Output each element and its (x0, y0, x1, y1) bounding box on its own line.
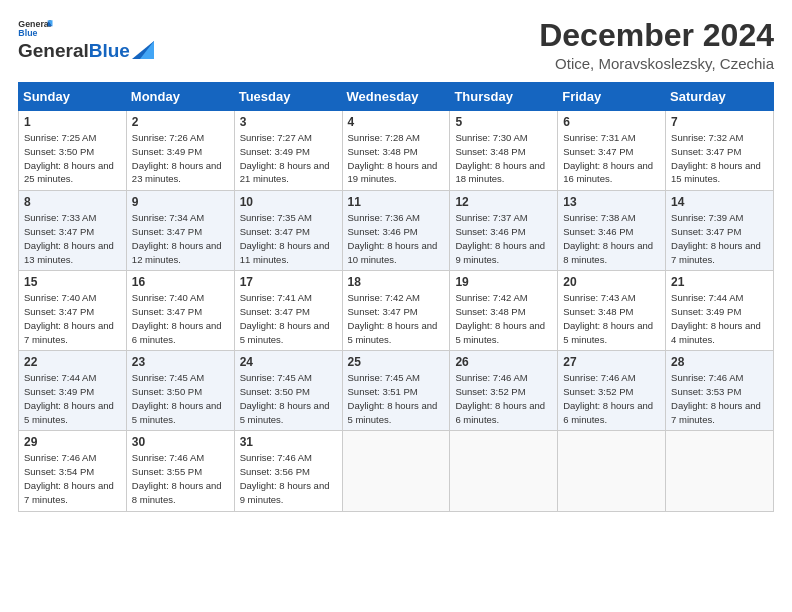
day-number: 21 (671, 275, 768, 289)
day-of-week-header: Saturday (666, 83, 774, 111)
day-number: 31 (240, 435, 337, 449)
cell-info: Sunrise: 7:30 AMSunset: 3:48 PMDaylight:… (455, 131, 552, 186)
calendar-cell: 25Sunrise: 7:45 AMSunset: 3:51 PMDayligh… (342, 351, 450, 431)
day-number: 26 (455, 355, 552, 369)
day-number: 19 (455, 275, 552, 289)
calendar-cell: 22Sunrise: 7:44 AMSunset: 3:49 PMDayligh… (19, 351, 127, 431)
calendar-cell: 28Sunrise: 7:46 AMSunset: 3:53 PMDayligh… (666, 351, 774, 431)
calendar-cell: 15Sunrise: 7:40 AMSunset: 3:47 PMDayligh… (19, 271, 127, 351)
day-number: 16 (132, 275, 229, 289)
calendar-cell: 3Sunrise: 7:27 AMSunset: 3:49 PMDaylight… (234, 111, 342, 191)
cell-info: Sunrise: 7:39 AMSunset: 3:47 PMDaylight:… (671, 211, 768, 266)
day-number: 9 (132, 195, 229, 209)
calendar-cell: 21Sunrise: 7:44 AMSunset: 3:49 PMDayligh… (666, 271, 774, 351)
calendar-cell: 24Sunrise: 7:45 AMSunset: 3:50 PMDayligh… (234, 351, 342, 431)
cell-info: Sunrise: 7:44 AMSunset: 3:49 PMDaylight:… (24, 371, 121, 426)
calendar-cell: 13Sunrise: 7:38 AMSunset: 3:46 PMDayligh… (558, 191, 666, 271)
cell-info: Sunrise: 7:46 AMSunset: 3:52 PMDaylight:… (455, 371, 552, 426)
day-number: 12 (455, 195, 552, 209)
day-number: 6 (563, 115, 660, 129)
calendar-cell: 29Sunrise: 7:46 AMSunset: 3:54 PMDayligh… (19, 431, 127, 511)
cell-info: Sunrise: 7:40 AMSunset: 3:47 PMDaylight:… (132, 291, 229, 346)
cell-info: Sunrise: 7:27 AMSunset: 3:49 PMDaylight:… (240, 131, 337, 186)
cell-info: Sunrise: 7:38 AMSunset: 3:46 PMDaylight:… (563, 211, 660, 266)
calendar-cell (558, 431, 666, 511)
day-of-week-header: Monday (126, 83, 234, 111)
calendar-week-row: 29Sunrise: 7:46 AMSunset: 3:54 PMDayligh… (19, 431, 774, 511)
cell-info: Sunrise: 7:40 AMSunset: 3:47 PMDaylight:… (24, 291, 121, 346)
day-of-week-header: Sunday (19, 83, 127, 111)
calendar-cell: 1Sunrise: 7:25 AMSunset: 3:50 PMDaylight… (19, 111, 127, 191)
location: Otice, Moravskoslezsky, Czechia (539, 55, 774, 72)
day-number: 22 (24, 355, 121, 369)
logo-blue: Blue (89, 40, 130, 62)
cell-info: Sunrise: 7:43 AMSunset: 3:48 PMDaylight:… (563, 291, 660, 346)
logo: General Blue General Blue (18, 18, 154, 62)
calendar-cell: 18Sunrise: 7:42 AMSunset: 3:47 PMDayligh… (342, 271, 450, 351)
calendar-cell: 27Sunrise: 7:46 AMSunset: 3:52 PMDayligh… (558, 351, 666, 431)
day-number: 27 (563, 355, 660, 369)
cell-info: Sunrise: 7:46 AMSunset: 3:55 PMDaylight:… (132, 451, 229, 506)
cell-info: Sunrise: 7:34 AMSunset: 3:47 PMDaylight:… (132, 211, 229, 266)
day-number: 2 (132, 115, 229, 129)
day-number: 28 (671, 355, 768, 369)
calendar-cell: 26Sunrise: 7:46 AMSunset: 3:52 PMDayligh… (450, 351, 558, 431)
calendar-cell: 19Sunrise: 7:42 AMSunset: 3:48 PMDayligh… (450, 271, 558, 351)
cell-info: Sunrise: 7:46 AMSunset: 3:52 PMDaylight:… (563, 371, 660, 426)
day-number: 1 (24, 115, 121, 129)
day-number: 11 (348, 195, 445, 209)
calendar-cell: 16Sunrise: 7:40 AMSunset: 3:47 PMDayligh… (126, 271, 234, 351)
day-of-week-header: Wednesday (342, 83, 450, 111)
calendar-week-row: 22Sunrise: 7:44 AMSunset: 3:49 PMDayligh… (19, 351, 774, 431)
calendar-cell: 17Sunrise: 7:41 AMSunset: 3:47 PMDayligh… (234, 271, 342, 351)
cell-info: Sunrise: 7:36 AMSunset: 3:46 PMDaylight:… (348, 211, 445, 266)
day-of-week-header: Tuesday (234, 83, 342, 111)
day-number: 10 (240, 195, 337, 209)
calendar-cell (666, 431, 774, 511)
calendar-cell: 11Sunrise: 7:36 AMSunset: 3:46 PMDayligh… (342, 191, 450, 271)
cell-info: Sunrise: 7:35 AMSunset: 3:47 PMDaylight:… (240, 211, 337, 266)
cell-info: Sunrise: 7:31 AMSunset: 3:47 PMDaylight:… (563, 131, 660, 186)
calendar-cell (450, 431, 558, 511)
month-title: December 2024 (539, 18, 774, 53)
calendar-cell: 23Sunrise: 7:45 AMSunset: 3:50 PMDayligh… (126, 351, 234, 431)
cell-info: Sunrise: 7:45 AMSunset: 3:50 PMDaylight:… (132, 371, 229, 426)
day-number: 17 (240, 275, 337, 289)
calendar-cell: 9Sunrise: 7:34 AMSunset: 3:47 PMDaylight… (126, 191, 234, 271)
cell-info: Sunrise: 7:42 AMSunset: 3:48 PMDaylight:… (455, 291, 552, 346)
day-number: 15 (24, 275, 121, 289)
cell-info: Sunrise: 7:32 AMSunset: 3:47 PMDaylight:… (671, 131, 768, 186)
day-number: 5 (455, 115, 552, 129)
title-block: December 2024 Otice, Moravskoslezsky, Cz… (539, 18, 774, 72)
cell-info: Sunrise: 7:44 AMSunset: 3:49 PMDaylight:… (671, 291, 768, 346)
day-number: 14 (671, 195, 768, 209)
calendar-cell: 10Sunrise: 7:35 AMSunset: 3:47 PMDayligh… (234, 191, 342, 271)
cell-info: Sunrise: 7:46 AMSunset: 3:53 PMDaylight:… (671, 371, 768, 426)
day-number: 30 (132, 435, 229, 449)
cell-info: Sunrise: 7:25 AMSunset: 3:50 PMDaylight:… (24, 131, 121, 186)
calendar-cell: 14Sunrise: 7:39 AMSunset: 3:47 PMDayligh… (666, 191, 774, 271)
calendar-week-row: 8Sunrise: 7:33 AMSunset: 3:47 PMDaylight… (19, 191, 774, 271)
day-number: 18 (348, 275, 445, 289)
day-number: 24 (240, 355, 337, 369)
day-number: 20 (563, 275, 660, 289)
cell-info: Sunrise: 7:33 AMSunset: 3:47 PMDaylight:… (24, 211, 121, 266)
cell-info: Sunrise: 7:46 AMSunset: 3:54 PMDaylight:… (24, 451, 121, 506)
calendar-cell: 5Sunrise: 7:30 AMSunset: 3:48 PMDaylight… (450, 111, 558, 191)
cell-info: Sunrise: 7:45 AMSunset: 3:51 PMDaylight:… (348, 371, 445, 426)
calendar-cell: 12Sunrise: 7:37 AMSunset: 3:46 PMDayligh… (450, 191, 558, 271)
calendar-week-row: 1Sunrise: 7:25 AMSunset: 3:50 PMDaylight… (19, 111, 774, 191)
day-number: 29 (24, 435, 121, 449)
svg-text:Blue: Blue (18, 28, 37, 38)
calendar-cell: 7Sunrise: 7:32 AMSunset: 3:47 PMDaylight… (666, 111, 774, 191)
day-number: 7 (671, 115, 768, 129)
calendar-cell: 2Sunrise: 7:26 AMSunset: 3:49 PMDaylight… (126, 111, 234, 191)
day-number: 3 (240, 115, 337, 129)
calendar-cell: 6Sunrise: 7:31 AMSunset: 3:47 PMDaylight… (558, 111, 666, 191)
calendar-header-row: SundayMondayTuesdayWednesdayThursdayFrid… (19, 83, 774, 111)
cell-info: Sunrise: 7:46 AMSunset: 3:56 PMDaylight:… (240, 451, 337, 506)
day-number: 8 (24, 195, 121, 209)
logo-general: General (18, 40, 89, 62)
day-number: 23 (132, 355, 229, 369)
calendar-cell (342, 431, 450, 511)
